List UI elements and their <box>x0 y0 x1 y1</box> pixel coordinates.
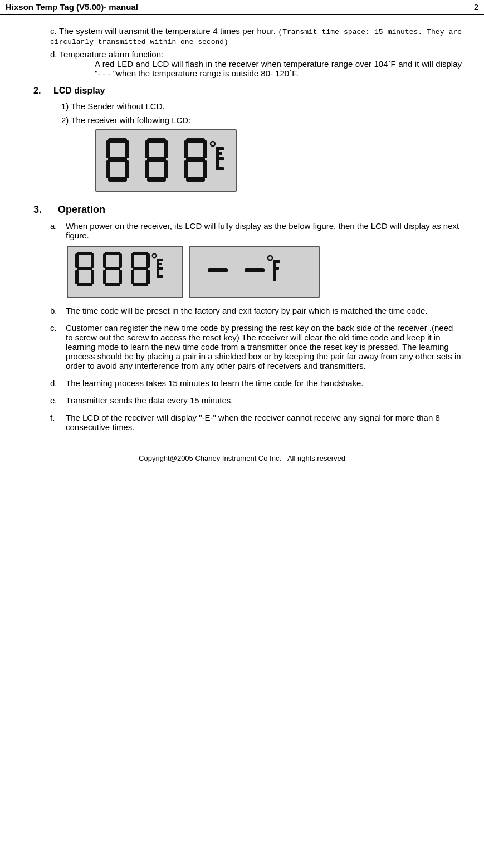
section-3-d-text: The learning process takes 15 minutes to… <box>66 378 462 388</box>
svg-rect-3 <box>108 157 127 162</box>
svg-rect-25 <box>216 147 219 170</box>
svg-rect-29 <box>91 253 94 268</box>
svg-rect-27 <box>77 252 92 255</box>
section-2-title: LCD display <box>53 86 105 96</box>
svg-rect-19 <box>203 160 207 178</box>
svg-rect-7 <box>147 138 166 143</box>
svg-rect-14 <box>186 138 205 143</box>
section-2-item2-wrapper: 2) The receiver with following LCD: <box>33 115 462 192</box>
section-3-c-label: c. <box>50 323 60 333</box>
svg-rect-34 <box>105 252 120 255</box>
lcd-pair-figures <box>67 246 462 298</box>
svg-rect-17 <box>186 157 205 162</box>
section-3-number: 3. <box>33 204 53 216</box>
section-3-b-text: The time code will be preset in the fact… <box>66 306 462 315</box>
svg-rect-16 <box>203 140 207 158</box>
section-3-e-label: e. <box>50 396 60 405</box>
section-3-item-c: c. Customer can register the new time co… <box>33 323 462 370</box>
svg-rect-18 <box>184 160 188 178</box>
svg-rect-42 <box>131 253 134 268</box>
svg-rect-0 <box>108 138 127 143</box>
section-3-c-text: Customer can register the new time code … <box>66 323 462 370</box>
svg-rect-37 <box>105 267 120 270</box>
svg-rect-43 <box>146 253 150 268</box>
section-3-item-e-inner: e. Transmitter sends the data every 15 m… <box>50 396 462 405</box>
lcd-digits-row <box>104 136 226 186</box>
svg-rect-46 <box>146 270 150 284</box>
section-2-number: 2. <box>33 86 49 96</box>
section-c-label: c. <box>50 26 59 36</box>
section-3-wrapper: 3. Operation a. When power on the receiv… <box>33 204 462 432</box>
footer-text: Copyright@2005 Chaney Instrument Co Inc.… <box>139 454 345 462</box>
svg-rect-30 <box>77 267 92 270</box>
svg-rect-41 <box>133 252 148 255</box>
lcd-svg <box>104 136 226 186</box>
section-d-label: d. <box>50 50 59 59</box>
section-2-item2-text: 2) The receiver with following LCD: <box>61 115 190 125</box>
page-header: Hixson Temp Tag (V5.00)- manual 2 <box>0 0 484 15</box>
section-3-item-d-inner: d. The learning process takes 15 minutes… <box>50 378 462 388</box>
svg-rect-20 <box>186 177 205 182</box>
page-footer: Copyright@2005 Chaney Instrument Co Inc.… <box>0 454 484 468</box>
svg-rect-35 <box>103 253 106 268</box>
lcd-figure-2 <box>189 246 320 298</box>
svg-rect-36 <box>119 253 122 268</box>
header-title-suffix: manual <box>106 2 138 12</box>
svg-rect-33 <box>77 283 92 286</box>
section-3-a-label: a. <box>50 221 60 231</box>
svg-rect-47 <box>133 283 148 286</box>
section-3-f-text: The LCD of the receiver will display "-E… <box>66 413 462 432</box>
svg-rect-10 <box>147 157 166 162</box>
section-3-e-text: Transmitter sends the data every 15 minu… <box>66 396 462 405</box>
header-title-bold: (V5.00)- <box>76 2 106 12</box>
section-3-item-b: b. The time code will be preset in the f… <box>33 306 462 315</box>
main-content: c. The system will transmit the temperat… <box>0 21 484 437</box>
section-c-text1: The system will transmit the temperature… <box>59 26 278 36</box>
svg-rect-13 <box>147 177 166 182</box>
svg-rect-54 <box>208 268 228 272</box>
svg-rect-12 <box>164 160 168 178</box>
section-2-wrapper: 2. LCD display 1) The Sender without LCD… <box>33 86 462 192</box>
section-3-item-f: f. The LCD of the receiver will display … <box>33 413 462 432</box>
section-3-item-c-inner: c. Customer can register the new time co… <box>50 323 462 370</box>
svg-point-21 <box>211 142 215 146</box>
svg-rect-32 <box>91 270 94 284</box>
section-3-item-a: a. When power on the receiver, its LCD w… <box>33 221 462 298</box>
svg-rect-1 <box>106 140 110 158</box>
svg-rect-40 <box>105 283 120 286</box>
lcd-fig2-svg <box>200 250 309 292</box>
section-3-item-b-inner: b. The time code will be preset in the f… <box>50 306 462 315</box>
svg-rect-9 <box>164 140 168 158</box>
section-3-item-d: d. The learning process takes 15 minutes… <box>33 378 462 388</box>
lcd-figure-1 <box>67 246 183 298</box>
svg-rect-52 <box>157 259 159 278</box>
section-3-a-text: When power on the receiver, its LCD will… <box>66 221 462 240</box>
svg-rect-4 <box>106 160 110 178</box>
svg-rect-38 <box>103 270 106 284</box>
section-3-item-a-inner: a. When power on the receiver, its LCD w… <box>50 221 462 240</box>
svg-rect-15 <box>184 140 188 158</box>
svg-rect-31 <box>75 270 79 284</box>
section-3-title: Operation <box>58 204 105 216</box>
section-3-item-f-inner: f. The LCD of the receiver will display … <box>50 413 462 432</box>
section-3-d-label: d. <box>50 378 60 388</box>
section-3-f-label: f. <box>50 413 60 422</box>
lcd-fig1-svg <box>74 250 177 292</box>
svg-rect-8 <box>145 140 149 158</box>
section-3-b-label: b. <box>50 306 60 315</box>
svg-rect-44 <box>133 267 148 270</box>
svg-point-56 <box>268 256 272 260</box>
svg-rect-5 <box>125 160 129 178</box>
svg-rect-26 <box>216 152 222 155</box>
svg-rect-11 <box>145 160 149 178</box>
section-d: d. Temperature alarm function: A red LED… <box>33 50 462 78</box>
section-2-item1: 1) The Sender without LCD. <box>33 101 462 111</box>
svg-rect-39 <box>119 270 122 284</box>
section-3-item-e: e. Transmitter sends the data every 15 m… <box>33 396 462 405</box>
svg-rect-55 <box>245 268 265 272</box>
svg-rect-59 <box>273 260 276 281</box>
svg-rect-2 <box>125 140 129 158</box>
section-3-header: 3. Operation <box>33 204 462 216</box>
section-2-item2-label: 2) The receiver with following LCD: <box>33 115 462 125</box>
lcd-display-main <box>95 129 237 192</box>
